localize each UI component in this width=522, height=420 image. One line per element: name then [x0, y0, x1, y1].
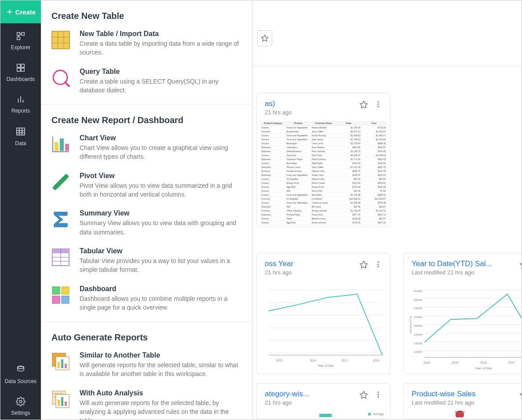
report-card-line1[interactable]: oss Year 21 hrs ago 2015 2016 [256, 253, 391, 374]
svg-text:2016: 2016 [310, 359, 316, 362]
svg-rect-2 [17, 33, 20, 35]
sidebar-item-settings[interactable]: Settings [0, 389, 41, 420]
table-row: FurnitureOffice CabinetsRoxana Nichols$1… [260, 209, 387, 213]
dashboard-icon [51, 286, 70, 304]
sigma-icon [51, 210, 70, 229]
panel-item-title: Tabular View [80, 247, 241, 255]
table-row: StationeryMarker/ErasersPete Cadman$1,22… [260, 150, 387, 153]
panel-item-similar-table[interactable]: Similar to Another Table Will generate r… [41, 346, 252, 384]
svg-rect-3 [22, 33, 24, 35]
table-row: GroceryDog FoodHenri Roth$2,605.07$1,548… [260, 153, 387, 157]
svg-point-74 [378, 391, 379, 393]
svg-point-76 [378, 396, 379, 398]
table-row: GroceryFruits and VegetablesCatherine Jo… [260, 201, 387, 205]
svg-rect-4 [17, 37, 20, 40]
card-body-chart: 120000 140000 160000 180000 200000 24000… [404, 278, 522, 374]
bar-chart-icon [51, 135, 70, 153]
dashboards-icon [16, 63, 26, 73]
panel-item-chart-view[interactable]: Chart View Chart View allows you to crea… [41, 129, 252, 167]
svg-rect-114 [58, 362, 60, 368]
sidebar-item-explorer[interactable]: Explorer [0, 23, 41, 55]
svg-rect-99 [60, 139, 64, 151]
favorite-button[interactable] [257, 30, 272, 46]
star-icon [359, 391, 368, 399]
panel-item-new-table[interactable]: New Table / Import Data Create a data ta… [41, 25, 252, 62]
line-chart-preview: 120000 140000 160000 180000 200000 24000… [407, 281, 522, 373]
svg-rect-115 [61, 359, 63, 368]
card-subtitle: 21 hrs ago [265, 399, 355, 406]
svg-text:240000: 240000 [414, 307, 423, 310]
table-row: StationeryShower LinersJason Miller$1,01… [260, 165, 387, 169]
create-label: Create [15, 8, 36, 16]
star-icon [519, 260, 522, 269]
svg-text:300000: 300000 [414, 290, 423, 292]
card-more-button[interactable] [373, 99, 383, 112]
sidebar-item-dashboards[interactable]: Dashboards [0, 55, 41, 87]
auto-analysis-icon: 101110010011 [51, 390, 70, 409]
svg-rect-122 [61, 397, 63, 406]
svg-text:280000: 280000 [414, 299, 423, 301]
panel-item-desc: Dashboard allows you to combine multiple… [80, 294, 241, 312]
card-header: as) 21 hrs ago [257, 93, 390, 117]
svg-rect-9 [17, 68, 20, 71]
svg-marker-45 [520, 261, 522, 268]
panel-item-summary-view[interactable]: Summary View Summary View allows you to … [41, 204, 252, 242]
svg-rect-108 [52, 287, 60, 294]
card-body-peek: Average [257, 408, 390, 419]
table-row: FurniturePrivate ArmoireHelena Chan$328.… [260, 169, 387, 173]
svg-marker-25 [360, 101, 368, 108]
panel-item-pivot-view[interactable]: Pivot View Pivot View allows you to view… [41, 167, 252, 205]
similar-table-icon [51, 352, 70, 371]
svg-rect-109 [62, 287, 69, 294]
panel-item-query-table[interactable]: Query Table Create a table using a SELEC… [41, 62, 252, 100]
panel-item-desc: Tabular View provides you a way to list … [80, 256, 241, 274]
table-row: GroceryEnergy DrinkMerlin Cowen$321.69$1… [260, 181, 387, 185]
svg-point-75 [378, 394, 379, 395]
sidebar-item-datasources[interactable]: Data Sources [0, 357, 41, 389]
create-button[interactable]: Create [0, 0, 41, 23]
card-more-button[interactable] [373, 259, 383, 272]
svg-rect-78 [368, 413, 371, 416]
report-card-ytd[interactable]: Year to Date(YTD) Sal... Last modified 2… [403, 253, 522, 374]
table-row: StationeryPrinting PaperPaulo Sosa$877.4… [260, 213, 387, 217]
explorer-icon [16, 31, 26, 41]
report-card-table[interactable]: as) 21 hrs ago Product CategoryProductCu… [256, 93, 391, 227]
card-favorite-button[interactable] [518, 259, 522, 272]
svg-point-22 [22, 366, 23, 367]
svg-rect-111 [62, 296, 69, 303]
more-vertical-icon [374, 100, 382, 108]
card-favorite-button[interactable] [358, 259, 369, 272]
table-row: GroceryEgg RollsSonia Johnson$715.45$357… [260, 221, 387, 225]
sidebar-item-data[interactable]: Data [0, 118, 41, 151]
card-favorite-button[interactable] [358, 390, 369, 402]
svg-point-31 [378, 264, 379, 265]
svg-rect-116 [65, 364, 67, 368]
svg-text:Office Chair: Office Chair [454, 411, 466, 413]
svg-line-95 [65, 82, 69, 86]
card-header: Year to Date(YTD) Sal... Last modified 2… [404, 253, 522, 278]
panel-item-dashboard[interactable]: Dashboard Dashboard allows you to combin… [41, 280, 252, 318]
report-card-productwise[interactable]: Product-wise Sales Last modified 21 hrs … [403, 383, 522, 419]
card-title: Product-wise Sales [412, 390, 515, 398]
svg-point-20 [20, 366, 21, 367]
card-favorite-button[interactable] [518, 390, 522, 402]
panel-item-desc: Create a data table by importing data fr… [80, 39, 241, 57]
svg-rect-98 [55, 142, 58, 151]
card-more-button[interactable] [373, 390, 383, 402]
svg-rect-121 [58, 400, 60, 406]
svg-point-27 [378, 104, 379, 105]
panel-item-title: New Table / Import Data [80, 30, 241, 38]
card-favorite-button[interactable] [358, 99, 369, 112]
panel-item-tabular-view[interactable]: Tabular View Tabular View provides you a… [41, 242, 252, 280]
datasources-icon [16, 365, 26, 375]
plus-icon [6, 8, 14, 16]
svg-text:140000: 140000 [414, 342, 423, 345]
panel-section-title: Create New Table [41, 0, 252, 25]
panel-item-auto-analysis[interactable]: 101110010011 With Auto Analysis Will aut… [41, 384, 252, 420]
report-card-category[interactable]: ategory-wis... 21 hrs ago Average [256, 383, 391, 419]
table-row: StationeryCalculatorsScott Walters$961.8… [260, 146, 387, 150]
line-chart-preview: 2015 2016 2017 2018 Year of Date [260, 281, 387, 370]
data-icon [15, 126, 26, 137]
sidebar-item-reports[interactable]: Reports [0, 87, 41, 118]
sidebar: Create Explorer Dashboards Reports Data … [0, 0, 41, 420]
